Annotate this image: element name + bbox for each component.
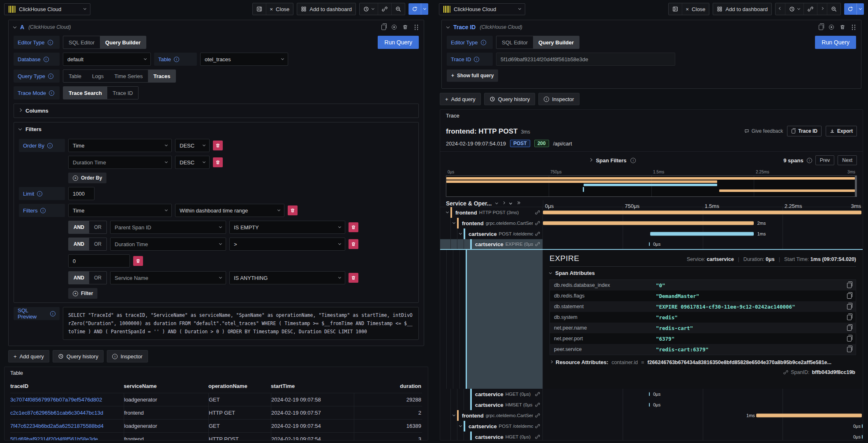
time-picker-button[interactable]: [785, 3, 803, 15]
show-full-query-button[interactable]: +Show full query: [447, 69, 498, 82]
order-by-field-select[interactable]: Time: [68, 139, 172, 152]
logic-or-option[interactable]: OR: [89, 238, 106, 250]
chevron-right-icon[interactable]: [502, 201, 505, 204]
logic-or-option[interactable]: OR: [89, 221, 106, 233]
time-shift-forward-button[interactable]: [817, 3, 827, 15]
trace-id-link[interactable]: 5f1d69baf92314f20d4f8f561b58e3de: [10, 433, 124, 441]
minimap-canvas[interactable]: [446, 175, 857, 197]
filter-field-select[interactable]: Duration Time: [110, 238, 226, 251]
trace-mode-option[interactable]: Trace Search: [63, 87, 107, 99]
copy-value-icon[interactable]: [847, 325, 852, 331]
share-link-button[interactable]: [803, 3, 817, 15]
span-duration-bar[interactable]: [756, 414, 862, 418]
span-link-icon[interactable]: [535, 392, 540, 397]
copy-value-icon[interactable]: [847, 347, 852, 352]
info-icon[interactable]: i: [807, 158, 812, 163]
span-link-icon[interactable]: [535, 434, 540, 439]
span-link-icon[interactable]: [535, 413, 540, 418]
copy-value-icon[interactable]: [847, 304, 852, 309]
run-query-button[interactable]: Run Query: [815, 36, 856, 49]
add-query-button[interactable]: +Add query: [440, 93, 481, 105]
trace-id-link[interactable]: 3c7074f085679976b07a79ef5476d802: [10, 393, 124, 406]
span-duration-bar[interactable]: [650, 232, 754, 236]
trace-id-link[interactable]: c2c1ec87c62965b61cab6c30447bc13d: [10, 406, 124, 419]
limit-input[interactable]: [68, 187, 95, 200]
add-to-dashboard-button[interactable]: Add to dashboard: [297, 3, 356, 15]
column-header[interactable]: operationName: [208, 383, 271, 389]
duplicate-query-icon[interactable]: [381, 25, 386, 30]
table-select[interactable]: otel_traces: [200, 53, 288, 66]
span-row[interactable]: frontend grpc.oteldemo.CartSer 1ms: [440, 410, 863, 421]
span-track[interactable]: 0μs: [543, 421, 863, 431]
hide-response-icon[interactable]: [392, 25, 397, 30]
remove-query-icon[interactable]: [402, 24, 408, 30]
logic-and-option[interactable]: AND: [69, 221, 89, 233]
span-duration-bar[interactable]: [649, 242, 650, 246]
refresh-interval-dropdown[interactable]: [856, 3, 864, 15]
filter-operator-select[interactable]: IS EMPTY: [229, 221, 345, 234]
give-feedback-button[interactable]: Give feedback: [744, 128, 783, 134]
filter-operator-select[interactable]: Within dashboard time range: [175, 204, 284, 217]
refresh-interval-dropdown[interactable]: [421, 3, 428, 15]
span-row[interactable]: frontend HTTP POST (3ms): [440, 207, 863, 218]
span-row[interactable]: cartservice HGET (0μs) 0μs: [440, 431, 863, 441]
span-track[interactable]: 1ms: [543, 410, 863, 421]
remove-filter-button[interactable]: [288, 205, 298, 215]
span-track[interactable]: 0μs: [543, 431, 863, 441]
filter-field-select[interactable]: Service Name: [110, 271, 226, 284]
double-chevron-right-icon[interactable]: [517, 203, 520, 204]
resource-attributes-toggle[interactable]: Resource Attributes: container.id = f266…: [549, 355, 856, 367]
info-icon[interactable]: i: [49, 90, 54, 96]
drag-handle-icon[interactable]: [414, 24, 419, 30]
chevron-down-icon[interactable]: [452, 413, 455, 416]
inspector-button[interactable]: iInspector: [107, 350, 148, 362]
span-duration-bar[interactable]: [649, 392, 650, 396]
info-icon[interactable]: i: [37, 191, 42, 196]
trace-id-link[interactable]: 7f47c62234b6bd2a5a62521875588bd4: [10, 420, 124, 432]
query-type-option[interactable]: Table: [63, 70, 87, 82]
copy-value-icon[interactable]: [847, 293, 852, 299]
columns-section-toggle[interactable]: Columns: [19, 108, 413, 114]
zoom-out-button[interactable]: [827, 3, 840, 15]
time-picker-button[interactable]: [360, 3, 378, 15]
copy-trace-id-button[interactable]: Trace ID: [787, 126, 822, 136]
column-header[interactable]: serviceName: [124, 383, 208, 389]
editor-type-option[interactable]: SQL Editor: [63, 36, 100, 48]
span-track[interactable]: 0μs: [543, 389, 863, 399]
span-row[interactable]: cartservice EXPIRE (0μs 0μs: [440, 239, 863, 250]
column-header[interactable]: duration: [354, 383, 422, 389]
span-link-icon[interactable]: [535, 402, 540, 407]
move-pane-right-button[interactable]: [253, 3, 266, 15]
info-icon[interactable]: i: [48, 74, 53, 79]
info-icon[interactable]: i: [481, 40, 486, 45]
add-order-by-button[interactable]: +Order By: [68, 173, 106, 183]
run-refresh-button[interactable]: [409, 3, 428, 15]
span-duration-bar[interactable]: [543, 211, 861, 215]
drag-handle-icon[interactable]: [851, 24, 856, 30]
span-row[interactable]: cartservice HMSET (0μs 0μs: [440, 399, 863, 410]
remove-order-by-button[interactable]: [213, 157, 223, 167]
move-pane-left-button[interactable]: [669, 3, 682, 15]
filters-section-toggle[interactable]: Filters: [19, 126, 413, 132]
span-link-icon[interactable]: [535, 221, 540, 226]
order-by-direction-select[interactable]: DESC: [175, 139, 210, 152]
remove-filter-button[interactable]: [349, 239, 358, 249]
span-track[interactable]: [543, 207, 863, 218]
filter-value-input[interactable]: [68, 254, 130, 268]
filter-operator-select[interactable]: IS ANYTHING: [229, 271, 345, 284]
names-column-header[interactable]: Service & Oper...: [446, 200, 492, 207]
order-by-field-select[interactable]: Duration Time: [68, 156, 172, 169]
info-icon[interactable]: i: [50, 311, 55, 316]
span-track[interactable]: 0μs: [543, 399, 863, 410]
chevron-right-icon[interactable]: [589, 158, 592, 161]
close-pane-button[interactable]: ×Close: [682, 3, 709, 15]
remove-query-icon[interactable]: [840, 24, 845, 30]
query-history-button[interactable]: Query history: [53, 350, 104, 362]
trace-id-input[interactable]: [496, 53, 675, 66]
filter-field-select[interactable]: Time: [68, 204, 172, 217]
span-track[interactable]: 0μs: [543, 239, 863, 249]
column-header[interactable]: startTime: [271, 383, 354, 389]
remove-order-by-button[interactable]: [213, 141, 223, 150]
span-track[interactable]: 1ms: [543, 228, 863, 239]
chevron-down-icon[interactable]: [452, 221, 455, 224]
